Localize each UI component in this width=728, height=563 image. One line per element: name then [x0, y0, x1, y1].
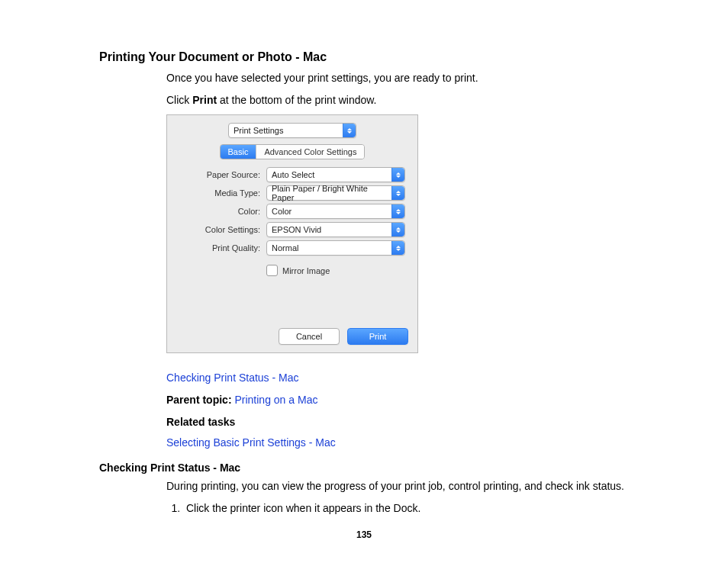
tab-basic[interactable]: Basic: [221, 145, 257, 159]
related-tasks-label: Related tasks: [166, 414, 652, 430]
updown-arrows-icon: [343, 124, 356, 137]
intro2-print-word: Print: [192, 94, 217, 106]
cancel-button[interactable]: Cancel: [279, 328, 340, 345]
updown-arrows-icon: [391, 241, 404, 255]
media-type-label: Media Type:: [176, 188, 260, 198]
color-settings-value: EPSON Vivid: [272, 225, 321, 234]
step-1: Click the printer icon when it appears i…: [183, 500, 652, 516]
intro2-pre: Click: [166, 94, 192, 106]
page-title: Printing Your Document or Photo - Mac: [99, 50, 652, 64]
link-selecting-basic-print-settings[interactable]: Selecting Basic Print Settings - Mac: [166, 436, 336, 449]
media-type-value: Plain Paper / Bright White Paper: [272, 184, 391, 202]
tab-advanced-color[interactable]: Advanced Color Settings: [256, 145, 364, 159]
intro-line-1: Once you have selected your print settin…: [166, 70, 652, 86]
parent-topic-label: Parent topic:: [166, 394, 234, 406]
print-settings-dialog: Print Settings Basic Advanced Color Sett…: [166, 114, 418, 353]
color-value: Color: [272, 207, 292, 216]
paper-source-value: Auto Select: [272, 170, 314, 179]
intro-line-2: Click Print at the bottom of the print w…: [166, 92, 652, 108]
sub-intro: During printing, you can view the progre…: [166, 478, 652, 494]
mirror-image-checkbox[interactable]: [266, 265, 278, 276]
print-quality-value: Normal: [272, 243, 298, 253]
media-type-popup[interactable]: Plain Paper / Bright White Paper: [266, 185, 405, 201]
paper-source-popup[interactable]: Auto Select: [266, 167, 405, 182]
paper-source-label: Paper Source:: [176, 170, 260, 179]
intro2-post: at the bottom of the print window.: [217, 94, 376, 106]
tab-bar: Basic Advanced Color Settings: [220, 144, 366, 159]
print-quality-label: Print Quality:: [176, 243, 260, 253]
page-number: 135: [0, 529, 728, 540]
color-popup[interactable]: Color: [266, 204, 405, 219]
updown-arrows-icon: [391, 223, 404, 236]
updown-arrows-icon: [391, 168, 404, 182]
color-settings-popup[interactable]: EPSON Vivid: [266, 222, 405, 237]
mirror-image-label: Mirror Image: [282, 266, 330, 275]
section-popup[interactable]: Print Settings: [228, 123, 356, 138]
link-checking-print-status[interactable]: Checking Print Status - Mac: [166, 372, 299, 384]
print-button[interactable]: Print: [347, 328, 408, 345]
link-parent-topic[interactable]: Printing on a Mac: [234, 394, 317, 406]
updown-arrows-icon: [391, 186, 404, 200]
color-label: Color:: [176, 207, 260, 216]
print-quality-popup[interactable]: Normal: [266, 240, 405, 256]
section-popup-label: Print Settings: [234, 126, 283, 135]
sub-heading: Checking Print Status - Mac: [99, 462, 652, 474]
color-settings-label: Color Settings:: [176, 225, 260, 234]
updown-arrows-icon: [391, 204, 404, 218]
